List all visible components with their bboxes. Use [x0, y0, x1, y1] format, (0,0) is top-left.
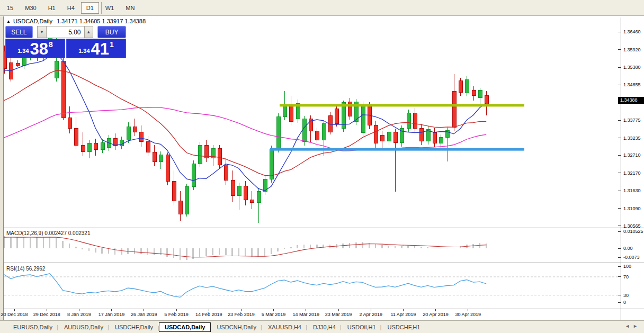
chart-title: ▲USDCAD,Daily1.34171 1.34605 1.33917 1.3…: [6, 18, 146, 24]
date-axis-label: 30 Apr 2019: [451, 312, 485, 317]
terminal-window: 15M30H1H4D1W1MN ▲USDCAD,Daily1.34171 1.3…: [0, 0, 644, 333]
volume-increase-button[interactable]: ▲: [84, 26, 93, 38]
date-axis-label: 2 Apr 2019: [354, 312, 388, 317]
collapse-panel-icon[interactable]: ▲: [6, 19, 11, 24]
macd-indicator-label: MACD(12,26,9) 0.002427 0.002321: [6, 230, 90, 236]
date-axis-label: 8 Jan 2019: [62, 312, 96, 317]
bid-price-panel[interactable]: 1.34388: [5, 39, 65, 58]
date-axis-label: 14 Feb 2019: [192, 312, 226, 317]
rsi-line: [4, 274, 486, 298]
date-axis-label: 20 Dec 2018: [0, 312, 31, 317]
axis-ticks: [14, 32, 621, 311]
macd-panel-separator[interactable]: [4, 228, 644, 228]
tab-scroll-right-icon[interactable]: ►: [633, 323, 641, 329]
macd-scale-label: 0.00: [623, 245, 633, 251]
price-axis-label: 1.33775: [623, 117, 641, 123]
date-axis-label: 23 Feb 2019: [224, 312, 258, 317]
price-axis-line: [621, 17, 621, 320]
price-axis-label: 1.32710: [623, 152, 641, 158]
ask-price-panel[interactable]: 1.34411: [66, 39, 126, 58]
chart-tab[interactable]: EURUSD,Daily: [7, 322, 58, 332]
chart-tab[interactable]: USDCHF,H1: [382, 322, 426, 332]
rsi-panel-separator[interactable]: [4, 263, 644, 263]
price-axis-label: 1.31630: [623, 187, 641, 194]
support-line: [270, 148, 524, 151]
resistance-line: [280, 104, 524, 106]
chart-tab-bar: EURUSD,DailyAUDUSD,DailyUSDCHF,DailyUSDC…: [0, 320, 644, 333]
bid-price-pip: 8: [49, 40, 53, 49]
date-axis-separator: [4, 309, 644, 309]
chart-tab[interactable]: USDCNH,Daily: [211, 322, 262, 332]
chart-tab[interactable]: USDOil,H1: [342, 322, 382, 332]
bid-price-main: 38: [30, 42, 48, 56]
chart-ohlc-values: 1.34171 1.34605 1.33917 1.34388: [57, 18, 146, 24]
chart-tab[interactable]: XAUUSD,H4: [262, 322, 307, 332]
price-axis-label: 1.32170: [623, 170, 641, 176]
ask-price-pip: 1: [110, 40, 114, 49]
macd-scale-label: 0.010525: [623, 228, 643, 235]
price-axis-label: 1.34855: [623, 82, 641, 88]
date-axis-label: 5 Mar 2019: [257, 312, 291, 317]
tab-scroll-arrows[interactable]: ◄►: [625, 323, 641, 329]
chart-symbol-label: USDCAD,Daily: [13, 18, 52, 24]
rsi-scale-label: 30: [623, 292, 629, 299]
volume-decrease-button[interactable]: ▼: [37, 26, 46, 38]
one-click-trade-panel: SELL ▼ 5.00 ▲ BUY 1.34388 1.34411: [5, 26, 126, 58]
volume-input[interactable]: 5.00: [47, 26, 84, 38]
date-axis-label: 26 Jan 2019: [127, 312, 161, 317]
price-axis-label: 1.35920: [623, 47, 641, 53]
price-axis-label: 1.36460: [623, 29, 641, 35]
price-axis-label: 1.35380: [623, 64, 641, 70]
rsi-scale-label: 70: [623, 274, 629, 280]
chart-tab[interactable]: USDCHF,Daily: [109, 322, 159, 332]
chart-tab[interactable]: USDCAD,Daily: [159, 322, 211, 332]
current-price-marker: 1.34388: [618, 97, 644, 104]
date-axis-label: 14 Mar 2019: [289, 312, 323, 317]
date-axis-label: 23 Mar 2019: [321, 312, 355, 317]
rsi-indicator-label: RSI(14) 56.2962: [6, 266, 45, 272]
date-axis-label: 17 Jan 2019: [95, 312, 129, 317]
ask-price-prefix: 1.34: [78, 48, 90, 54]
price-axis-label: 1.33235: [623, 135, 641, 141]
date-axis-label: 5 Feb 2019: [159, 312, 193, 317]
date-axis-label: 11 Apr 2019: [386, 312, 420, 317]
rsi-scale-label: 100: [623, 263, 631, 269]
chart-tab[interactable]: AUDUSD,Daily: [58, 322, 109, 332]
ask-price-main: 41: [91, 42, 109, 56]
macd-scale-label: -0.0073: [623, 254, 640, 260]
date-axis-label: 20 Apr 2019: [419, 312, 453, 317]
date-axis-label: 29 Dec 2018: [30, 312, 64, 317]
chart-tab[interactable]: DJ30,H4: [307, 322, 342, 332]
sell-button[interactable]: SELL: [5, 26, 33, 38]
bid-price-prefix: 1.34: [17, 48, 29, 54]
tab-scroll-left-icon[interactable]: ◄: [625, 323, 633, 329]
price-axis-label: 1.31090: [623, 205, 641, 212]
buy-button[interactable]: BUY: [97, 26, 126, 38]
rsi-scale-label: 0: [623, 299, 626, 305]
